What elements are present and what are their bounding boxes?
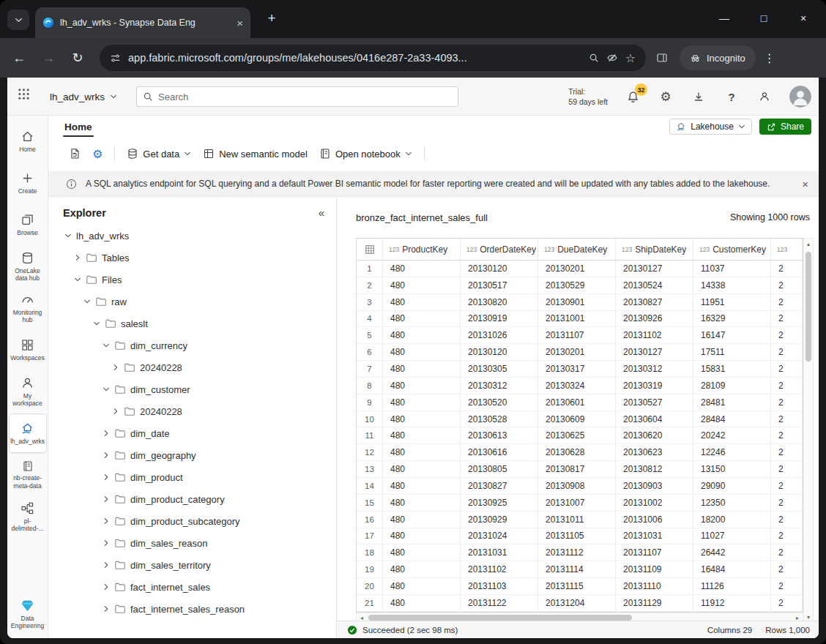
column-header-CustomerKey[interactable]: 123CustomerKey: [693, 239, 771, 260]
chevron-right-icon[interactable]: [103, 473, 110, 481]
zoom-icon[interactable]: [589, 53, 599, 63]
new-semantic-model-button[interactable]: New semantic model: [203, 148, 308, 160]
vertical-scroll-thumb[interactable]: [805, 252, 811, 362]
tree-item-fact_internet_sales[interactable]: fact_internet_sales: [48, 576, 336, 598]
window-close-button[interactable]: ×: [784, 12, 823, 24]
tab-close-icon[interactable]: ×: [237, 18, 243, 29]
chevron-down-icon[interactable]: [93, 320, 100, 327]
item-type-switcher[interactable]: Lakehouse: [669, 119, 752, 135]
workspace-switcher[interactable]: lh_adv_wrks: [50, 78, 117, 116]
collapse-panel-icon[interactable]: «: [319, 206, 324, 219]
help-button[interactable]: ?: [723, 89, 740, 105]
eye-off-icon[interactable]: [606, 52, 618, 64]
sidebar-item-data-engineering[interactable]: Data Engineering: [9, 594, 47, 634]
tree-item-20240228[interactable]: 20240228: [48, 400, 336, 422]
global-search[interactable]: [136, 86, 458, 107]
column-header-OrderDateKey[interactable]: 123OrderDateKey: [461, 239, 538, 260]
tree-item-dim_date[interactable]: dim_date: [48, 422, 336, 444]
tree-item-dim_sales_reason[interactable]: dim_sales_reason: [48, 532, 336, 554]
banner-message: A SQL analytics endpoint for SQL queryin…: [86, 179, 793, 189]
sidebar-item-lh-adv-wrks[interactable]: lh_adv_wrks: [9, 413, 47, 453]
chevron-right-icon[interactable]: [112, 408, 119, 415]
tree-item-fact_internet_sales_reason[interactable]: fact_internet_sales_reason: [48, 598, 336, 620]
tree-item-dim_product_category[interactable]: dim_product_category: [48, 488, 336, 510]
sidebar-item-browse[interactable]: Browse: [9, 205, 47, 244]
tree-item-dim_product_subcategory[interactable]: dim_product_subcategory: [48, 510, 336, 532]
fabric-favicon: [42, 17, 54, 29]
chevron-down-icon[interactable]: [83, 298, 91, 305]
tree-item-20240228[interactable]: 20240228: [48, 356, 336, 378]
tree-item-dim_customer[interactable]: dim_customer: [48, 378, 336, 400]
chevron-right-icon[interactable]: [103, 539, 110, 547]
column-header-ShipDateKey[interactable]: 123ShipDateKey: [616, 239, 693, 260]
site-settings-icon[interactable]: [110, 53, 121, 64]
column-header-clipped[interactable]: 123: [771, 239, 803, 260]
sidebar-item-pl-delimited[interactable]: pl-delimited-...: [9, 497, 47, 536]
chevron-down-icon[interactable]: [74, 276, 81, 283]
banner-close-icon[interactable]: ×: [802, 178, 808, 190]
chevron-down-icon[interactable]: [103, 386, 110, 393]
window-maximize-button[interactable]: □: [744, 12, 784, 24]
side-panel-icon[interactable]: [656, 52, 668, 64]
scroll-up-icon[interactable]: ▴: [807, 239, 810, 249]
open-notebook-button[interactable]: Open notebook: [319, 148, 412, 160]
reload-button[interactable]: ↻: [64, 45, 91, 71]
lakehouse-settings-button[interactable]: ⚙: [92, 147, 103, 161]
tab-search-button[interactable]: [7, 10, 29, 30]
chevron-right-icon[interactable]: [103, 430, 110, 437]
downloads-button[interactable]: [691, 89, 707, 105]
browser-tab[interactable]: lh_adv_wrks - Synapse Data Eng ×: [35, 7, 250, 38]
chevron-right-icon[interactable]: [74, 254, 81, 261]
tree-item-Tables[interactable]: Tables: [48, 247, 336, 269]
tree-item-raw[interactable]: raw: [48, 291, 336, 312]
chevron-down-icon[interactable]: [64, 232, 72, 239]
forward-button[interactable]: →: [35, 45, 62, 71]
address-bar[interactable]: app.fabric.microsoft.com/groups/me/lakeh…: [100, 45, 646, 71]
chevron-down-icon[interactable]: [103, 342, 110, 349]
vertical-scrollbar[interactable]: ▴ ▾: [803, 238, 814, 623]
tree-item-dim_geography[interactable]: dim_geography: [48, 444, 336, 466]
chevron-right-icon[interactable]: [103, 561, 110, 569]
new-tab-button[interactable]: +: [262, 10, 281, 26]
sidebar-item-home[interactable]: Home: [9, 121, 47, 161]
get-data-button[interactable]: Get data: [127, 148, 191, 160]
tree-item-dim_product[interactable]: dim_product: [48, 466, 336, 488]
tree-item-Files[interactable]: Files: [48, 269, 336, 291]
tree-item-lh_adv_wrks[interactable]: lh_adv_wrks: [48, 225, 336, 247]
chevron-right-icon[interactable]: [103, 583, 110, 591]
browser-menu-button[interactable]: ⋮: [759, 51, 781, 65]
sidebar-item-create[interactable]: Create: [9, 163, 47, 203]
chevron-right-icon[interactable]: [112, 364, 119, 371]
notifications-button[interactable]: 32: [625, 89, 641, 105]
account-avatar[interactable]: [789, 86, 811, 108]
bookmark-star-icon[interactable]: ☆: [625, 51, 636, 65]
app-launcher-waffle-icon[interactable]: [18, 88, 30, 100]
chevron-right-icon[interactable]: [103, 517, 110, 525]
share-button[interactable]: Share: [759, 119, 811, 135]
url-text[interactable]: app.fabric.microsoft.com/groups/me/lakeh…: [128, 52, 581, 64]
refresh-semantic-model-button[interactable]: [69, 148, 81, 160]
horizontal-scroll-thumb[interactable]: [368, 615, 632, 621]
settings-button[interactable]: ⚙: [658, 89, 674, 105]
back-button[interactable]: ←: [6, 45, 32, 71]
chevron-right-icon[interactable]: [103, 495, 110, 503]
chevron-right-icon[interactable]: [103, 605, 110, 613]
cell: 20131031: [616, 528, 693, 544]
sidebar-item-my-workspace[interactable]: My workspace: [9, 372, 47, 411]
table-row: 17480201310242013110520131031110272: [357, 528, 803, 545]
column-header-ProductKey[interactable]: 123ProductKey: [383, 239, 461, 260]
tab-home[interactable]: Home: [64, 116, 92, 138]
sidebar-item-monitoring-hub[interactable]: Monitoring hub: [9, 288, 47, 328]
sidebar-item-onelake-data-hub[interactable]: OneLake data hub: [9, 247, 47, 286]
tree-item-dim_currency[interactable]: dim_currency: [48, 334, 336, 356]
grid-corner-cell[interactable]: [357, 239, 383, 260]
feedback-button[interactable]: [756, 89, 773, 105]
window-minimize-button[interactable]: —: [704, 12, 744, 24]
sidebar-item-workspaces[interactable]: Workspaces: [9, 330, 47, 370]
sidebar-item-nb-create-meta-data[interactable]: nb-create-meta-data: [9, 455, 47, 495]
search-input[interactable]: [158, 91, 452, 102]
column-header-DueDateKey[interactable]: 123DueDateKey: [538, 239, 616, 260]
tree-item-dim_sales_territory[interactable]: dim_sales_territory: [48, 554, 336, 576]
chevron-right-icon[interactable]: [103, 452, 110, 459]
tree-item-saleslt[interactable]: saleslt: [48, 312, 336, 334]
